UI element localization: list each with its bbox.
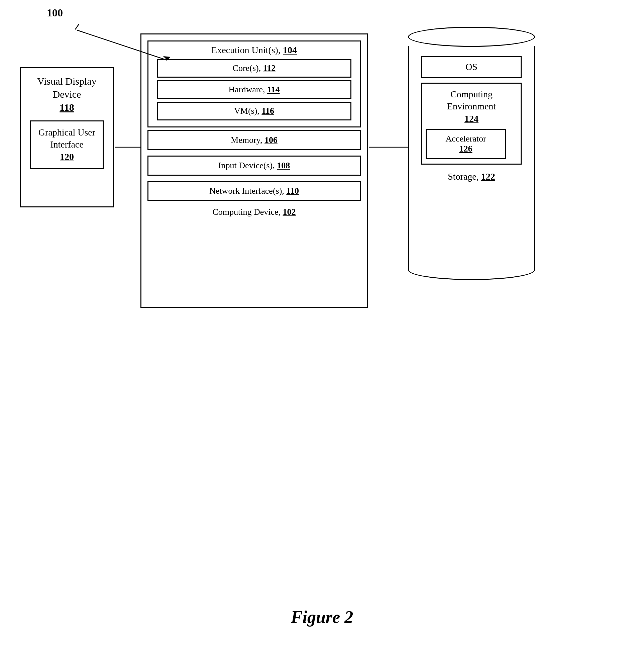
vdd-title: Visual Display Device 118 [26, 75, 108, 114]
figure-caption: Figure 2 [0, 607, 644, 627]
cylinder: OS ComputingEnvironment 124 Accelerator … [408, 27, 535, 281]
cores-ref: 112 [263, 63, 276, 73]
ce-title: ComputingEnvironment 124 [426, 88, 517, 125]
cylinder-top [408, 27, 535, 47]
ref-label-100: 100 [47, 7, 63, 19]
memory-ref: 106 [264, 135, 277, 145]
cd-ref: 102 [283, 207, 296, 217]
svg-line-2 [75, 24, 79, 29]
storage-container: OS ComputingEnvironment 124 Accelerator … [408, 27, 542, 281]
storage-ref: 122 [481, 171, 495, 182]
os-box: OS [421, 56, 521, 78]
computing-device-label: Computing Device, 102 [148, 207, 361, 217]
eu-ref: 104 [283, 45, 297, 55]
hardware-box: Hardware, 114 [157, 80, 351, 99]
vdd-ref: 118 [60, 102, 74, 113]
input-devices-box: Input Device(s), 108 [148, 156, 361, 175]
execution-unit-box: Execution Unit(s), 104 Core(s), 112 Hard… [148, 41, 361, 128]
gui-ref: 120 [60, 152, 74, 162]
cores-box: Core(s), 112 [157, 59, 351, 78]
vms-ref: 116 [261, 106, 274, 116]
network-ref: 110 [286, 186, 299, 196]
cylinder-body: OS ComputingEnvironment 124 Accelerator … [408, 46, 535, 280]
storage-label: Storage, 122 [448, 171, 495, 182]
cd-items: Memory, 106 Input Device(s), 108 Network… [142, 128, 367, 219]
acc-title: Accelerator 126 [431, 134, 501, 154]
input-ref: 108 [277, 161, 290, 170]
accelerator-box: Accelerator 126 [426, 129, 506, 159]
computing-device-box: Execution Unit(s), 104 Core(s), 112 Hard… [141, 33, 368, 308]
execution-unit-label: Execution Unit(s), 104 [154, 45, 355, 56]
computing-environment-box: ComputingEnvironment 124 Accelerator 126 [421, 83, 521, 164]
hardware-ref: 114 [267, 85, 280, 94]
visual-display-device-box: Visual Display Device 118 Graphical User… [20, 67, 114, 207]
acc-ref: 126 [460, 144, 473, 154]
os-label: OS [466, 62, 478, 72]
gui-box: Graphical User Interface 120 [30, 121, 104, 169]
ce-ref: 124 [465, 114, 479, 124]
vms-box: VM(s), 116 [157, 102, 351, 121]
network-interfaces-box: Network Interface(s), 110 [148, 181, 361, 201]
gui-title: Graphical User Interface 120 [34, 127, 99, 163]
memory-box: Memory, 106 [148, 130, 361, 150]
